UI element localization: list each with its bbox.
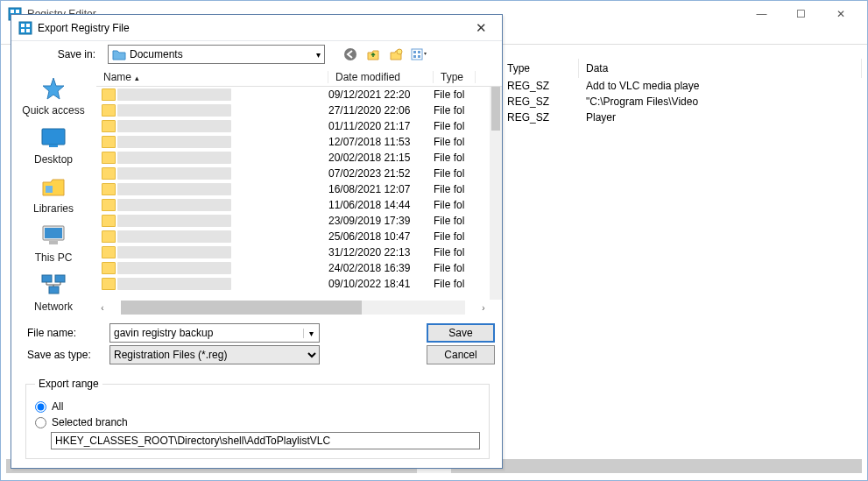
scroll-right-icon[interactable]: › [477, 303, 490, 313]
file-date: 07/02/2023 21:52 [328, 167, 434, 180]
file-name-label: File name: [18, 327, 109, 339]
up-one-level-button[interactable] [363, 45, 383, 64]
file-name-blurred [117, 88, 231, 101]
folder-icon [102, 88, 116, 101]
save-in-label: Save in: [18, 48, 102, 60]
file-type: File fol [434, 230, 476, 243]
back-button[interactable] [341, 45, 360, 64]
svg-rect-25 [49, 286, 59, 294]
file-name-input[interactable] [110, 327, 303, 339]
export-selected-input[interactable] [35, 417, 46, 428]
file-row[interactable]: 25/06/2018 10:47File fol [96, 229, 490, 244]
folder-icon [102, 120, 116, 132]
folder-icon [102, 183, 116, 195]
file-name-blurred [117, 183, 231, 195]
scroll-left-icon[interactable]: ‹ [96, 303, 109, 313]
folder-icon [102, 167, 116, 180]
file-row[interactable]: 09/12/2021 22:20File fol [96, 87, 490, 103]
file-row[interactable]: 11/06/2018 14:44File fol [96, 197, 490, 213]
desktop-icon [39, 124, 67, 152]
file-type: File fol [434, 262, 476, 274]
svg-point-10 [344, 48, 356, 60]
bg-minimize-button[interactable]: — [742, 2, 781, 26]
save-button[interactable]: Save [427, 323, 495, 343]
file-date: 09/12/2021 22:20 [328, 88, 434, 101]
places-bar: Quick access Desktop Libraries This PC N… [11, 67, 95, 315]
file-row[interactable]: 20/02/2018 21:15File fol [96, 150, 490, 166]
place-desktop[interactable]: Desktop [34, 124, 73, 166]
place-libraries[interactable]: Libraries [33, 173, 74, 215]
new-folder-button[interactable] [386, 45, 406, 64]
export-all-radio[interactable]: All [35, 400, 480, 413]
export-selected-radio[interactable]: Selected branch [35, 416, 480, 428]
folder-icon [102, 215, 116, 227]
chevron-down-icon[interactable]: ▾ [303, 329, 319, 338]
bg-list-header: Type Data [500, 59, 862, 78]
export-range-group: Export range All Selected branch [11, 374, 502, 468]
place-quick-access[interactable]: Quick access [22, 74, 84, 117]
file-row[interactable]: 27/11/2020 22:06File fol [96, 103, 490, 118]
dialog-close-button[interactable]: ✕ [467, 20, 495, 36]
bg-col-type[interactable]: Type [500, 59, 579, 78]
file-row[interactable]: 23/09/2019 17:39File fol [96, 213, 490, 229]
svg-rect-16 [418, 55, 420, 58]
file-row[interactable]: 31/12/2020 22:13File fol [96, 244, 490, 260]
save-in-value: Documents [130, 48, 183, 60]
file-row[interactable]: 07/02/2023 21:52File fol [96, 166, 490, 181]
file-type: File fol [434, 88, 476, 101]
file-type: File fol [434, 120, 476, 132]
folder-icon [102, 152, 116, 164]
svg-rect-12 [412, 49, 422, 60]
svg-rect-15 [413, 55, 416, 58]
place-network[interactable]: Network [34, 271, 73, 313]
file-type: File fol [434, 183, 476, 195]
place-this-pc[interactable]: This PC [35, 222, 73, 264]
bg-col-data[interactable]: Data [579, 59, 862, 78]
svg-rect-23 [42, 275, 52, 282]
bg-maximize-button[interactable]: ☐ [781, 2, 821, 26]
file-date: 25/06/2018 10:47 [328, 230, 434, 243]
dialog-title: Export Registry File [38, 22, 130, 34]
bg-row[interactable]: REG_SZ"C:\Program Files\Video [500, 94, 862, 110]
folder-icon [102, 278, 116, 290]
bg-close-button[interactable]: ✕ [821, 2, 860, 26]
file-row[interactable]: 09/10/2022 18:41File fol [96, 276, 490, 292]
file-list-vscroll[interactable] [490, 87, 502, 300]
view-menu-button[interactable] [409, 45, 428, 64]
file-name-blurred [117, 152, 231, 164]
svg-rect-14 [418, 51, 420, 53]
file-type: File fol [434, 104, 476, 117]
file-date: 01/11/2020 21:17 [328, 120, 434, 132]
file-row[interactable]: 16/08/2021 12:07File fol [96, 181, 490, 197]
selected-branch-input[interactable] [51, 432, 480, 449]
col-type[interactable]: Type [434, 71, 476, 83]
export-all-input[interactable] [35, 401, 46, 413]
file-name-blurred [117, 230, 231, 243]
file-type: File fol [434, 215, 476, 227]
cancel-button[interactable]: Cancel [427, 345, 495, 364]
file-row[interactable]: 24/02/2018 16:39File fol [96, 260, 490, 276]
toolbar-buttons [341, 45, 428, 64]
save-as-type-select[interactable]: Registration Files (*.reg) [109, 345, 320, 364]
file-row[interactable]: 01/11/2020 21:17File fol [96, 118, 490, 134]
bg-row[interactable]: REG_SZAdd to VLC media playe [500, 78, 862, 94]
folder-icon [102, 136, 116, 148]
file-type: File fol [434, 199, 476, 211]
svg-rect-13 [413, 51, 416, 53]
export-dialog: Export Registry File ✕ Save in: Document… [11, 14, 503, 469]
file-list-hscroll[interactable]: ‹ › [96, 300, 490, 315]
bg-row[interactable]: REG_SZPlayer [500, 110, 862, 125]
svg-rect-2 [16, 10, 19, 13]
file-type: File fol [434, 167, 476, 180]
save-in-combo[interactable]: Documents ▾ [108, 45, 325, 64]
file-name-blurred [117, 262, 231, 274]
svg-rect-9 [26, 29, 30, 32]
file-row[interactable]: 12/07/2018 11:53File fol [96, 134, 490, 150]
file-type: File fol [434, 136, 476, 148]
file-list-header: Name▴ Date modified Type [96, 67, 502, 87]
file-type: File fol [434, 152, 476, 164]
bg-listview: Type Data REG_SZAdd to VLC media playe R… [500, 59, 862, 125]
col-name[interactable]: Name▴ [96, 71, 328, 83]
col-date[interactable]: Date modified [328, 71, 434, 83]
file-name-combo[interactable]: ▾ [109, 323, 320, 343]
